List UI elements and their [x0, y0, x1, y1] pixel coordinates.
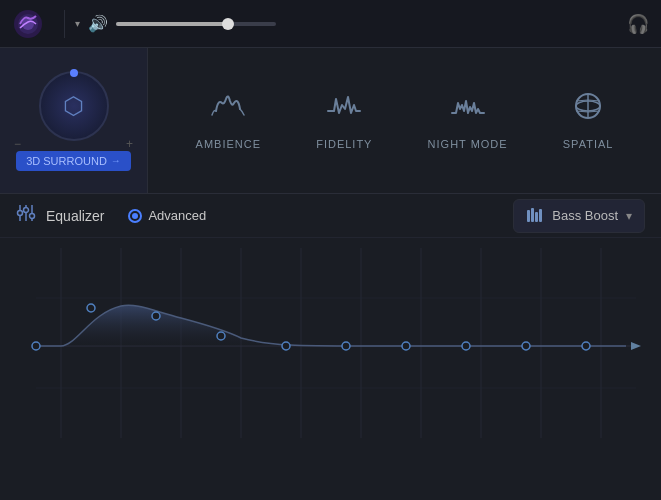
eq-band-7[interactable]: [462, 342, 470, 350]
volume-icon: 🔊: [88, 14, 108, 33]
eq-advanced-label: Advanced: [148, 208, 206, 223]
eq-right-arrow: [631, 342, 641, 350]
mode-fidelity[interactable]: FIDELITY: [306, 81, 382, 160]
svg-point-6: [18, 211, 23, 216]
eq-graph: [16, 238, 645, 453]
eq-band-5[interactable]: [342, 342, 350, 350]
volume-slider-fill: [116, 22, 228, 26]
eq-title: Equalizer: [46, 208, 104, 224]
eq-band-4[interactable]: [282, 342, 290, 350]
eq-band-8[interactable]: [522, 342, 530, 350]
eq-advanced-radio-fill: [132, 213, 138, 219]
eq-band-2[interactable]: [152, 312, 160, 320]
eq-advanced-radio[interactable]: [128, 209, 142, 223]
svg-point-9: [24, 208, 29, 213]
eq-band-9[interactable]: [582, 342, 590, 350]
eq-band-0[interactable]: [32, 342, 40, 350]
app-logo: [12, 8, 44, 40]
volume-slider-track[interactable]: [116, 22, 276, 26]
surround-button-arrow: →: [111, 155, 121, 166]
mode-night[interactable]: NIGHT MODE: [418, 81, 518, 160]
surround-minus[interactable]: −: [14, 137, 21, 151]
eq-preset-label: Bass Boost: [552, 208, 618, 223]
modes-grid: AMBIENCE FIDELITY NIGHT MODE: [148, 48, 661, 193]
surround-button-label: 3D SURROUND: [26, 155, 107, 167]
eq-header: Equalizer Advanced Bass Boost ▾: [0, 194, 661, 238]
surround-button[interactable]: 3D SURROUND →: [16, 151, 131, 171]
svg-point-12: [30, 214, 35, 219]
surround-plus[interactable]: +: [126, 137, 133, 151]
eq-advanced-control[interactable]: Advanced: [128, 208, 206, 223]
fidelity-label: FIDELITY: [316, 138, 372, 150]
svg-rect-16: [531, 208, 534, 222]
equalizer-icon: [16, 203, 36, 228]
sound-modes-section: ⬡ − + 3D SURROUND → AMBIENCE: [0, 48, 661, 193]
mode-ambience[interactable]: AMBIENCE: [186, 81, 271, 160]
eq-preset-dropdown[interactable]: Bass Boost ▾: [513, 199, 645, 233]
top-bar: ▾ 🔊 🎧: [0, 0, 661, 48]
eq-band-1[interactable]: [87, 304, 95, 312]
svg-rect-18: [539, 209, 542, 222]
surround-circle: ⬡: [39, 71, 109, 141]
spatial-label: SPATIAL: [563, 138, 614, 150]
surround-panel: ⬡ − + 3D SURROUND →: [0, 48, 148, 193]
surround-dot: [70, 69, 78, 77]
eq-preset-chevron-icon: ▾: [626, 209, 632, 223]
equalizer-section: Equalizer Advanced Bass Boost ▾: [0, 193, 661, 453]
volume-dropdown-arrow[interactable]: ▾: [75, 18, 80, 29]
eq-band-3[interactable]: [217, 332, 225, 340]
svg-rect-17: [535, 212, 538, 222]
svg-rect-15: [527, 210, 530, 222]
volume-slider-thumb[interactable]: [222, 18, 234, 30]
ambience-label: AMBIENCE: [196, 138, 261, 150]
headphone-icon: 🎧: [627, 13, 649, 35]
eq-band-6[interactable]: [402, 342, 410, 350]
night-label: NIGHT MODE: [428, 138, 508, 150]
fidelity-icon: [326, 91, 362, 128]
spatial-icon: [570, 91, 606, 128]
mode-spatial[interactable]: SPATIAL: [553, 81, 624, 160]
night-icon: [450, 91, 486, 128]
top-bar-divider: [64, 10, 65, 38]
eq-svg: [16, 238, 645, 453]
surround-cube-icon: ⬡: [63, 92, 84, 120]
ambience-icon: [210, 91, 246, 128]
volume-area: ▾ 🔊: [75, 14, 627, 33]
eq-preset-bars-icon: [526, 206, 544, 226]
